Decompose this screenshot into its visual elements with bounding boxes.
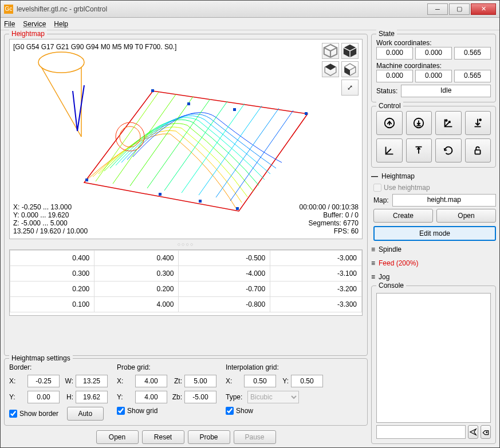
view-front-button[interactable]	[341, 61, 359, 77]
show-interp-checkbox[interactable]	[226, 407, 234, 415]
map-field: height.map	[392, 194, 496, 207]
viewport-ranges: X: -0.250 ... 13.000 Y: 0.000 ... 19.620…	[13, 203, 88, 235]
state-heading: State	[376, 30, 397, 38]
fit-view-button[interactable]: ⤢	[341, 80, 359, 96]
table-row[interactable]: 0.2000.200-0.700-3.200	[10, 282, 362, 297]
send-command-button[interactable]	[468, 425, 478, 439]
collapse-icon[interactable]: ≡	[371, 273, 375, 281]
create-map-button[interactable]: Create	[373, 209, 433, 223]
console-output[interactable]	[376, 293, 491, 423]
heightmap-panel-heading: Heightmap	[381, 172, 415, 180]
close-button[interactable]: ✕	[471, 3, 496, 15]
border-x-input[interactable]	[27, 375, 60, 387]
work-x: 0.000	[376, 47, 413, 60]
safe-z-button[interactable]	[406, 138, 432, 162]
open-button[interactable]: Open	[96, 430, 139, 444]
gcode-status-line: [G0 G54 G17 G21 G90 G94 M0 M5 M9 T0 F700…	[13, 43, 359, 51]
border-y-input[interactable]	[27, 391, 60, 403]
svg-rect-10	[233, 108, 236, 111]
mach-z: 0.565	[454, 70, 491, 82]
interp-type-select[interactable]: Bicubic	[247, 391, 299, 403]
zero-xy-button[interactable]	[435, 111, 462, 135]
collapse-icon[interactable]: —	[371, 172, 378, 180]
unlock-button[interactable]	[465, 138, 491, 162]
console-heading: Console	[376, 282, 406, 290]
settings-heading: Heightmap settings	[9, 354, 73, 362]
probe-x-input[interactable]	[135, 375, 167, 387]
show-border-checkbox[interactable]	[9, 410, 17, 418]
svg-rect-3	[85, 179, 88, 181]
reset-grbl-button[interactable]	[435, 138, 462, 162]
table-row[interactable]: 0.4000.400-0.500-3.000	[10, 251, 362, 266]
status-label: Status:	[376, 87, 397, 95]
interp-y-input[interactable]	[291, 375, 323, 387]
probe-y-input[interactable]	[135, 391, 167, 403]
viewport-stats: 00:00:00 / 00:10:38 Buffer: 0 / 0 Segmen…	[300, 203, 359, 235]
pause-button[interactable]: Pause	[234, 430, 276, 444]
jog-heading[interactable]: Jog	[379, 273, 389, 281]
work-z: 0.565	[454, 47, 491, 60]
mach-y: 0.000	[415, 70, 452, 82]
heightmap-heading: Heightmap	[9, 30, 47, 38]
border-h-input[interactable]	[76, 391, 108, 403]
svg-point-2	[120, 126, 140, 147]
feed-heading[interactable]: Feed (200%)	[379, 259, 418, 267]
interp-x-input[interactable]	[244, 375, 276, 387]
svg-marker-0	[84, 91, 308, 211]
probe-zt-input[interactable]	[184, 375, 216, 387]
svg-line-12	[41, 67, 81, 137]
splitter-handle[interactable]: ○○○○	[9, 241, 363, 247]
home-button[interactable]	[376, 111, 403, 135]
view-iso-solid-button[interactable]	[341, 43, 359, 59]
control-heading: Control	[376, 102, 403, 110]
auto-button[interactable]: Auto	[67, 407, 104, 421]
svg-point-11	[38, 52, 84, 73]
edit-mode-button[interactable]: Edit mode	[373, 226, 496, 241]
table-row[interactable]: 0.3000.300-4.000-3.100	[10, 266, 362, 282]
collapse-icon[interactable]: ≡	[371, 245, 375, 253]
work-coords-label: Work coordinates:	[376, 39, 491, 47]
reset-button[interactable]: Reset	[142, 430, 184, 444]
window-title: levelshifter.gtl.nc - grblControl	[17, 5, 426, 13]
console-input[interactable]	[376, 425, 466, 439]
view-top-button[interactable]	[322, 61, 339, 77]
svg-rect-18	[475, 150, 481, 154]
spindle-heading[interactable]: Spindle	[379, 245, 401, 253]
probe-grid-label: Probe grid:	[117, 363, 216, 371]
mach-coords-label: Machine coordinates:	[376, 62, 491, 70]
status-value: Idle	[401, 85, 491, 97]
maximize-button[interactable]: ▢	[449, 3, 470, 15]
interp-grid-label: Interpolation grid:	[226, 363, 323, 371]
menu-file[interactable]: File	[4, 20, 15, 28]
table-row[interactable]: 0.1004.000-0.800-3.300	[10, 297, 362, 312]
restore-origin-button[interactable]	[376, 138, 403, 162]
work-y: 0.000	[415, 47, 452, 60]
border-label: Border:	[9, 363, 108, 371]
clear-console-button[interactable]	[481, 425, 491, 439]
zero-z-button[interactable]	[465, 111, 491, 135]
view-iso-button[interactable]	[322, 43, 339, 59]
svg-rect-7	[159, 193, 162, 196]
app-icon: Gc	[4, 5, 13, 14]
border-w-input[interactable]	[76, 375, 108, 387]
svg-point-17	[479, 118, 482, 121]
svg-rect-6	[151, 89, 154, 92]
use-heightmap-checkbox[interactable]	[373, 184, 381, 192]
z-probe-button[interactable]	[406, 111, 432, 135]
probe-button[interactable]: Probe	[188, 430, 230, 444]
menu-help[interactable]: Help	[54, 20, 68, 28]
minimize-button[interactable]: ─	[427, 3, 448, 15]
svg-rect-9	[187, 102, 190, 105]
open-map-button[interactable]: Open	[436, 209, 496, 223]
svg-rect-8	[199, 200, 202, 203]
svg-rect-5	[305, 112, 308, 115]
mach-x: 0.000	[376, 70, 413, 82]
collapse-icon[interactable]: ≡	[371, 259, 375, 267]
probe-zb-input[interactable]	[184, 391, 216, 403]
3d-viewport[interactable]: [G0 G54 G17 G21 G90 G94 M0 M5 M9 T0 F700…	[9, 39, 363, 239]
show-grid-checkbox[interactable]	[117, 407, 125, 415]
menu-service[interactable]: Service	[23, 20, 46, 28]
svg-point-16	[445, 119, 448, 122]
heightmap-table[interactable]: 0.4000.400-0.500-3.0000.3000.300-4.000-3…	[9, 249, 363, 316]
titlebar: Gc levelshifter.gtl.nc - grblControl ─ ▢…	[1, 1, 499, 18]
